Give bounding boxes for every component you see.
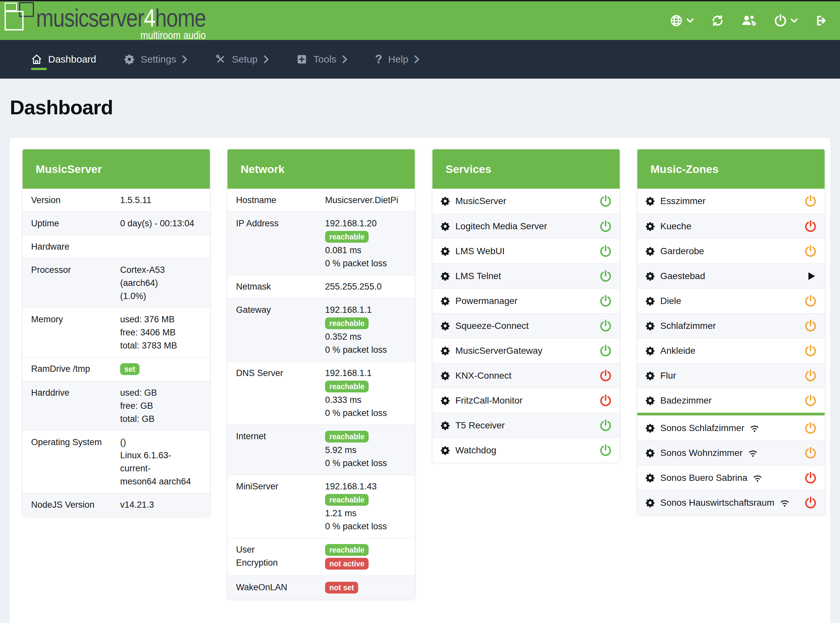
nav-item-label: Settings xyxy=(141,54,176,65)
value-line: 192.168.1.1 xyxy=(325,303,406,316)
info-row-value: ()Linux 6.1.63-current-meson64 aarch64 xyxy=(120,436,201,488)
info-row: NodeJS Versionv14.21.3 xyxy=(23,493,210,516)
power-toggle-icon[interactable] xyxy=(804,245,817,258)
info-row-value: 192.168.1.1reachable0.352 ms0 % packet l… xyxy=(325,303,406,356)
info-row: Netmask255.255.255.0 xyxy=(228,275,415,298)
wrench-icon xyxy=(215,54,226,65)
info-row: HostnameMusicserver.DietPi xyxy=(228,189,415,212)
gear-icon[interactable] xyxy=(645,346,655,356)
power-toggle-icon[interactable] xyxy=(600,419,612,432)
gear-icon[interactable] xyxy=(440,296,450,306)
value-line: free: 3406 MB xyxy=(120,326,201,339)
info-row-label: NodeJS Version xyxy=(31,498,120,511)
gear-icon[interactable] xyxy=(440,420,450,430)
status-badge: not active xyxy=(325,558,369,569)
gear-icon[interactable] xyxy=(645,196,655,206)
gear-icon[interactable] xyxy=(645,271,655,281)
info-row-value: not set xyxy=(325,581,406,594)
main-nav: DashboardSettingsSetupTools?Help xyxy=(0,40,840,78)
gear-icon[interactable] xyxy=(440,346,450,356)
power-toggle-icon[interactable] xyxy=(804,295,817,307)
gear-icon[interactable] xyxy=(645,473,655,483)
power-toggle-icon[interactable] xyxy=(804,447,817,459)
zone-row: Flur xyxy=(637,363,825,388)
nav-item-tools[interactable]: Tools xyxy=(296,40,347,78)
globe-button[interactable] xyxy=(670,14,694,27)
power-toggle-icon[interactable] xyxy=(804,394,817,407)
chevron-right-icon xyxy=(342,55,347,64)
nav-item-help[interactable]: ?Help xyxy=(375,40,420,78)
gear-icon[interactable] xyxy=(645,321,655,331)
gear-icon[interactable] xyxy=(440,221,450,231)
power-toggle-icon[interactable] xyxy=(600,245,612,258)
nav-item-settings[interactable]: Settings xyxy=(124,40,188,78)
power-button[interactable] xyxy=(774,14,798,27)
value-line: 255.255.255.0 xyxy=(325,280,406,293)
info-row-value xyxy=(120,240,201,253)
value-line: 0 % packet loss xyxy=(325,520,406,533)
gear-icon[interactable] xyxy=(440,246,450,256)
info-row-label: Uptime xyxy=(31,217,120,230)
service-row: Watchdog xyxy=(433,437,620,462)
power-toggle-icon[interactable] xyxy=(600,345,612,357)
panel-services-rows: MusicServerLogitech Media ServerLMS WebU… xyxy=(433,189,620,462)
gear-icon[interactable] xyxy=(440,396,450,405)
gear-icon[interactable] xyxy=(440,371,450,381)
sign-out-button[interactable] xyxy=(815,14,828,27)
info-row-label: Version xyxy=(31,193,120,207)
service-row: MusicServerGateway xyxy=(433,338,620,363)
power-toggle-icon[interactable] xyxy=(804,195,817,207)
value-line: 0 % packet loss xyxy=(325,457,406,470)
refresh-button[interactable] xyxy=(711,14,724,27)
gear-icon[interactable] xyxy=(645,246,655,256)
power-toggle-icon[interactable] xyxy=(804,472,817,484)
gear-icon[interactable] xyxy=(645,396,655,405)
play-icon[interactable] xyxy=(806,270,817,282)
zone-label: Ankleide xyxy=(660,345,804,356)
gear-icon[interactable] xyxy=(645,448,655,458)
gear-icon[interactable] xyxy=(645,498,655,508)
gear-icon[interactable] xyxy=(440,271,450,281)
zone-label: Esszimmer xyxy=(660,196,804,206)
power-toggle-icon[interactable] xyxy=(804,370,817,382)
value-line: free: GB xyxy=(120,399,201,413)
gear-icon[interactable] xyxy=(645,221,655,231)
service-label: LMS Telnet xyxy=(455,271,600,281)
power-toggle-icon[interactable] xyxy=(600,444,612,457)
nav-item-setup[interactable]: Setup xyxy=(215,40,269,78)
users-gear-button[interactable] xyxy=(741,14,757,27)
zone-label: Flur xyxy=(660,370,804,381)
power-toggle-icon[interactable] xyxy=(804,320,817,332)
power-toggle-icon[interactable] xyxy=(600,295,612,307)
gear-icon[interactable] xyxy=(440,321,450,331)
wifi-icon xyxy=(779,498,790,507)
gear-icon[interactable] xyxy=(645,296,655,306)
info-row: Internetreachable5.92 ms0 % packet loss xyxy=(228,425,415,475)
service-label: T5 Receiver xyxy=(455,420,600,431)
info-row-value: used: GBfree: GBtotal: GB xyxy=(120,386,201,425)
service-label: KNX-Connect xyxy=(455,370,600,381)
value-line: Cortex-A53 (aarch64) xyxy=(120,263,201,290)
power-toggle-icon[interactable] xyxy=(804,422,817,434)
service-label: FritzCall-Monitor xyxy=(455,395,600,406)
power-toggle-icon[interactable] xyxy=(600,370,612,382)
power-toggle-icon[interactable] xyxy=(600,394,612,407)
power-toggle-icon[interactable] xyxy=(600,320,612,332)
power-toggle-icon[interactable] xyxy=(600,195,612,207)
gear-icon[interactable] xyxy=(440,196,450,206)
zone-label: Sonos Wohnzimmer xyxy=(660,448,804,458)
power-toggle-icon[interactable] xyxy=(600,220,612,233)
power-toggle-icon[interactable] xyxy=(804,220,817,233)
gear-icon[interactable] xyxy=(645,371,655,381)
zone-label: Diele xyxy=(660,296,804,306)
service-row: MusicServer xyxy=(433,189,620,213)
power-toggle-icon[interactable] xyxy=(804,345,817,357)
power-toggle-icon[interactable] xyxy=(804,497,817,509)
nav-item-dashboard[interactable]: Dashboard xyxy=(31,40,96,78)
info-row-value: v14.21.3 xyxy=(120,498,201,511)
info-row-value: 192.168.1.1reachable0.333 ms0 % packet l… xyxy=(325,367,406,420)
gear-icon[interactable] xyxy=(645,423,655,433)
power-toggle-icon[interactable] xyxy=(600,270,612,282)
gear-icon[interactable] xyxy=(440,445,450,455)
zone-row: Garderobe xyxy=(637,238,825,263)
